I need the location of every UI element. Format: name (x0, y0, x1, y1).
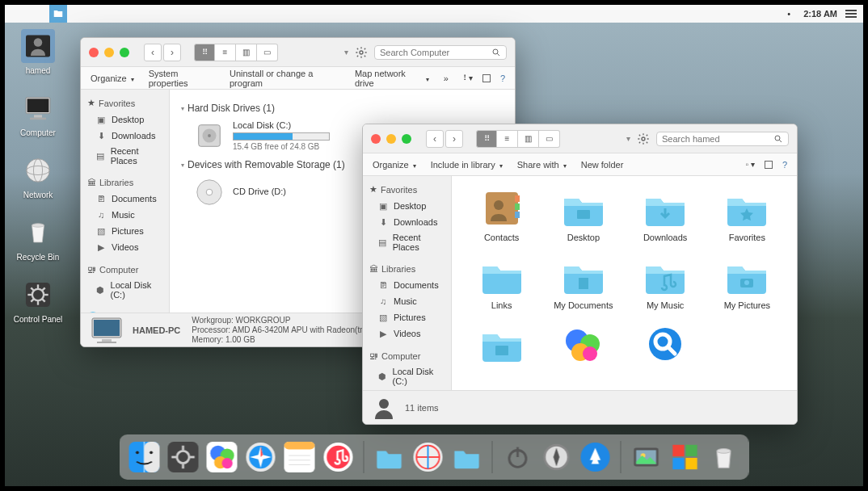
sidebar-item-videos[interactable]: ▶Videos (81, 239, 169, 255)
sidebar-item-localdisk[interactable]: ⬢Local Disk (C:) (363, 364, 451, 388)
sidebar-item-music[interactable]: ♫Music (81, 207, 169, 223)
dock-finder[interactable] (128, 440, 162, 474)
forward-button[interactable]: › (445, 130, 463, 148)
section-hdd[interactable]: Hard Disk Drives (1) (181, 103, 504, 114)
dock-music[interactable] (322, 440, 356, 474)
folder-downloads[interactable]: Downloads (629, 189, 702, 242)
cmd-map-drive[interactable]: Map network drive (355, 69, 429, 88)
sidebar-item-localdisk[interactable]: ⬢Local Disk (C:) (81, 278, 169, 302)
sidebar-item-downloads[interactable]: ⬇Downloads (81, 128, 169, 144)
folder-links[interactable]: Links (465, 257, 538, 310)
dock-folder-2[interactable] (450, 440, 484, 474)
sidebar-item-desktop[interactable]: ▣Desktop (363, 198, 451, 214)
folder-mydocuments[interactable]: My Documents (546, 257, 620, 310)
dock-power[interactable] (501, 440, 535, 474)
sidebar-item-music[interactable]: ♫Music (363, 293, 451, 309)
minimize-icon[interactable] (104, 48, 114, 57)
sidebar-item-videos[interactable]: ▶Videos (363, 325, 451, 342)
close-icon[interactable] (89, 48, 99, 57)
dock-gamecenter[interactable] (205, 440, 239, 474)
view-columns-button[interactable]: ▥ (518, 130, 539, 148)
dock-folder-1[interactable] (373, 440, 407, 474)
maximize-icon[interactable] (402, 134, 411, 144)
view-columns-button[interactable]: ▥ (236, 44, 257, 61)
sidebar-group-computer[interactable]: 🖳Computer (81, 262, 169, 278)
window-titlebar[interactable]: ‹ › ⠿ ≡ ▥ ▭ ▾ (81, 38, 515, 67)
view-gallery-button[interactable]: ▭ (257, 44, 278, 61)
cmd-organize[interactable]: Organize (91, 73, 134, 83)
sidebar-item-downloads[interactable]: ⬇Downloads (363, 214, 451, 230)
sidebar-item-recent[interactable]: ▤Recent Places (363, 230, 451, 254)
minimize-icon[interactable] (386, 134, 396, 144)
search-input[interactable] (380, 48, 491, 57)
search-input[interactable] (662, 134, 773, 144)
dock-launchpad[interactable] (411, 440, 445, 474)
sidebar-group-libraries[interactable]: 🏛Libraries (81, 174, 169, 191)
desktop-icon-hamed[interactable]: hamed (10, 29, 66, 75)
cmd-view-icon[interactable]: ▫ ▾ (746, 160, 755, 169)
cmd-pane-icon[interactable] (765, 161, 773, 169)
folder-desktop[interactable]: Desktop (546, 189, 620, 242)
sidebar-item-documents[interactable]: 🖹Documents (81, 191, 169, 207)
sidebar-group-network[interactable]: 🌐Network (81, 308, 169, 313)
folder-contacts[interactable]: Contacts (465, 189, 538, 242)
dock-safari[interactable] (244, 440, 278, 474)
item-gamecenter[interactable] (546, 325, 620, 368)
cmd-view-icon[interactable]: ⠇▾ (463, 73, 473, 82)
back-button[interactable]: ‹ (144, 44, 162, 61)
desktop-icon-network[interactable]: Network (10, 153, 66, 199)
desktop-icon-recyclebin[interactable]: Recycle Bin (10, 216, 66, 262)
sidebar-group-favorites[interactable]: ★Favorites (363, 181, 451, 198)
sidebar-item-recent[interactable]: ▤Recent Places (81, 144, 169, 168)
sidebar-item-documents[interactable]: 🖹Documents (363, 277, 451, 293)
view-icons-button[interactable]: ⠿ (194, 44, 215, 61)
dock-compass[interactable] (540, 440, 574, 474)
dock-tiles[interactable] (668, 440, 702, 474)
close-icon[interactable] (371, 134, 381, 144)
menu-lines-icon[interactable] (845, 10, 857, 18)
dropdown-icon[interactable]: ▾ (626, 134, 630, 143)
desktop-icon-controlpanel[interactable]: Control Panel (10, 278, 66, 324)
cmd-organize[interactable]: Organize (373, 160, 416, 170)
sidebar-item-pictures[interactable]: ▧Pictures (81, 223, 169, 239)
view-list-button[interactable]: ≡ (215, 44, 236, 61)
search-box[interactable] (656, 132, 789, 146)
sidebar-item-desktop[interactable]: ▣Desktop (81, 111, 169, 128)
item-search[interactable] (629, 325, 702, 368)
taskbar-explorer-icon[interactable] (49, 5, 67, 23)
cmd-share-with[interactable]: Share with (517, 160, 567, 170)
maximize-icon[interactable] (120, 48, 129, 57)
dock-appstore[interactable] (579, 440, 613, 474)
cmd-new-folder[interactable]: New folder (581, 160, 624, 170)
cmd-system-properties[interactable]: System properties (149, 69, 215, 88)
view-gallery-button[interactable]: ▭ (539, 130, 560, 148)
forward-button[interactable]: › (163, 44, 181, 61)
folder-mypictures[interactable]: My Pictures (710, 257, 784, 310)
dock-notes[interactable] (283, 440, 317, 474)
dropdown-icon[interactable]: ▾ (344, 48, 348, 57)
dock-trash[interactable] (707, 440, 741, 474)
sidebar-item-pictures[interactable]: ▧Pictures (363, 309, 451, 325)
search-box[interactable] (374, 45, 507, 60)
back-button[interactable]: ‹ (426, 130, 444, 148)
cmd-help-icon[interactable]: ? (500, 73, 505, 83)
sidebar-group-libraries[interactable]: 🏛Libraries (363, 261, 451, 277)
dock-settings[interactable] (166, 440, 200, 474)
cmd-uninstall[interactable]: Uninstall or change a program (230, 69, 340, 88)
desktop-icon-computer[interactable]: Computer (10, 91, 66, 137)
folder-favorites[interactable]: Favorites (710, 189, 784, 242)
window-titlebar[interactable]: ‹ › ⠿ ≡ ▥ ▭ ▾ (363, 124, 797, 153)
view-list-button[interactable]: ≡ (497, 130, 518, 148)
cmd-chevrons[interactable]: » (444, 73, 449, 83)
cmd-include-library[interactable]: Include in library (431, 160, 503, 170)
sidebar-group-favorites[interactable]: ★Favorites (81, 94, 169, 111)
cmd-help-icon[interactable]: ? (782, 160, 787, 170)
gear-icon[interactable] (355, 46, 368, 59)
folder-mymusic[interactable]: My Music (629, 257, 702, 310)
sidebar-group-computer[interactable]: 🖳Computer (363, 348, 451, 364)
folder-extra1[interactable] (465, 325, 538, 368)
gear-icon[interactable] (637, 132, 650, 145)
view-icons-button[interactable]: ⠿ (476, 130, 497, 148)
dock-preview[interactable] (630, 440, 664, 474)
cmd-pane-icon[interactable] (482, 74, 491, 82)
